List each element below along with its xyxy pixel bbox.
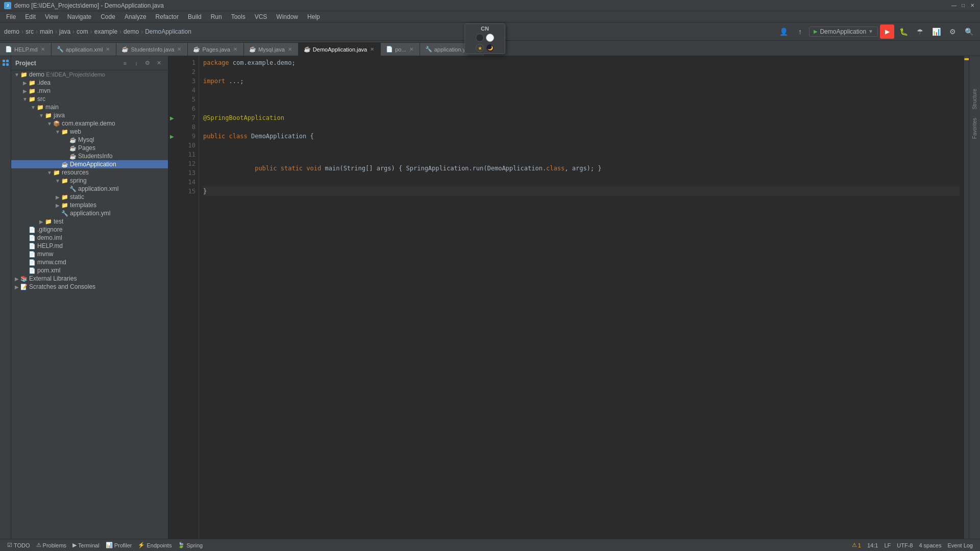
menu-run[interactable]: Run bbox=[207, 12, 226, 21]
tree-main[interactable]: ▼ 📁 main bbox=[11, 103, 168, 111]
tree-demoapplication[interactable]: ▶ ☕ DemoApplication bbox=[11, 160, 168, 168]
breadcrumb-java[interactable]: java bbox=[59, 28, 70, 35]
encoding-indicator[interactable]: UTF-8 bbox=[894, 539, 916, 551]
breadcrumb-main[interactable]: main bbox=[40, 28, 53, 35]
warnings-indicator[interactable]: ⚠ 1 bbox=[849, 539, 864, 551]
code-editor[interactable]: package com.example.demo; import ...; @S… bbox=[199, 56, 964, 539]
indent-indicator[interactable]: 4 spaces bbox=[916, 539, 944, 551]
tab-applicationxml[interactable]: 🔧 application.xml ✕ bbox=[52, 42, 117, 56]
tree-application-xml[interactable]: ▶ 🔧 application.xml bbox=[11, 185, 168, 193]
tab-mysql-close[interactable]: ✕ bbox=[287, 46, 293, 53]
profile-button[interactable]: 📊 bbox=[929, 24, 943, 39]
theme-circle-star[interactable]: ★ bbox=[476, 44, 484, 52]
project-panel-icon[interactable] bbox=[1, 58, 10, 67]
tab-helpmd-close[interactable]: ✕ bbox=[40, 46, 46, 53]
tree-demoiml[interactable]: ▶ 📄 demo.iml bbox=[11, 234, 168, 242]
terminal-status[interactable]: ▶ Terminal bbox=[69, 539, 103, 551]
breadcrumb-class[interactable]: DemoApplication bbox=[145, 28, 191, 35]
maximize-button[interactable]: □ bbox=[960, 2, 967, 9]
run-configuration[interactable]: ▶ DemoApplication ▼ bbox=[809, 27, 878, 37]
profiler-status[interactable]: 📊 Profiler bbox=[103, 539, 135, 551]
tree-external-libs[interactable]: ▶ 📚 External Libraries bbox=[11, 274, 168, 283]
structure-panel-label[interactable]: Structure bbox=[971, 87, 978, 112]
settings-button[interactable]: ⚙ bbox=[945, 24, 960, 39]
run-marker-7[interactable]: ▶ bbox=[168, 113, 176, 122]
theme-circle-light[interactable] bbox=[486, 34, 494, 42]
tree-web[interactable]: ▼ 📁 web bbox=[11, 128, 168, 136]
panel-collapse-btn[interactable]: ≡ bbox=[120, 58, 130, 68]
minimize-button[interactable]: — bbox=[950, 2, 958, 9]
menu-refactor[interactable]: Refactor bbox=[152, 12, 183, 21]
tree-java[interactable]: ▼ 📁 java bbox=[11, 111, 168, 119]
tree-gitignore[interactable]: ▶ 📄 .gitignore bbox=[11, 226, 168, 234]
tree-resources[interactable]: ▼ 📁 resources bbox=[11, 168, 168, 177]
tab-appxml-close[interactable]: ✕ bbox=[105, 46, 111, 53]
coverage-button[interactable]: ☂ bbox=[913, 24, 927, 39]
favorites-panel-label[interactable]: Favorites bbox=[971, 116, 978, 141]
run-marker-9[interactable]: ▶ bbox=[168, 132, 176, 141]
theme-popup[interactable]: CN ★ 🌙 bbox=[464, 23, 505, 54]
tab-mysql[interactable]: ☕ Mysql.java ✕ bbox=[244, 42, 299, 56]
close-button[interactable]: ✕ bbox=[969, 2, 976, 9]
menu-file[interactable]: File bbox=[2, 12, 20, 21]
panel-settings-btn[interactable]: ⚙ bbox=[142, 58, 153, 68]
tree-package[interactable]: ▼ 📦 com.example.demo bbox=[11, 119, 168, 128]
menu-code[interactable]: Code bbox=[96, 12, 119, 21]
search-button[interactable]: 🔍 bbox=[962, 24, 976, 39]
menu-analyze[interactable]: Analyze bbox=[120, 12, 151, 21]
tree-idea[interactable]: ▶ 📁 .idea bbox=[11, 79, 168, 87]
tree-mvn[interactable]: ▶ 📁 .mvn bbox=[11, 87, 168, 95]
toolbar-update-btn[interactable]: ↑ bbox=[793, 24, 807, 39]
tab-studentsinfo-close[interactable]: ✕ bbox=[176, 46, 182, 53]
tree-test[interactable]: ▶ 📁 test bbox=[11, 217, 168, 226]
tree-pomxml[interactable]: ▶ 📄 pom.xml bbox=[11, 266, 168, 274]
tab-pom-close[interactable]: ✕ bbox=[408, 46, 414, 53]
event-log-indicator[interactable]: Event Log bbox=[944, 539, 976, 551]
tree-spring[interactable]: ▼ 📁 spring bbox=[11, 177, 168, 185]
spring-status[interactable]: 🍃 Spring bbox=[175, 539, 206, 551]
editor-scrollbar[interactable] bbox=[964, 56, 969, 539]
menu-build[interactable]: Build bbox=[184, 12, 206, 21]
endpoints-status[interactable]: ⚡ Endpoints bbox=[135, 539, 175, 551]
menu-navigate[interactable]: Navigate bbox=[63, 12, 95, 21]
menu-view[interactable]: View bbox=[41, 12, 62, 21]
tree-pages[interactable]: ▶ ☕ Pages bbox=[11, 144, 168, 152]
breadcrumb-src[interactable]: src bbox=[26, 28, 34, 35]
tree-src[interactable]: ▼ 📁 src bbox=[11, 95, 168, 103]
tree-mysql[interactable]: ▶ ☕ Mysql bbox=[11, 136, 168, 144]
tab-demoapplication[interactable]: ☕ DemoApplication.java ✕ bbox=[299, 42, 381, 56]
tree-root-demo[interactable]: ▼ 📁 demo E:\IDEA_Projects\demo bbox=[11, 70, 168, 79]
run-button[interactable]: ▶ bbox=[880, 24, 894, 39]
tab-pages[interactable]: ☕ Pages.java ✕ bbox=[188, 42, 243, 56]
menu-window[interactable]: Window bbox=[272, 12, 302, 21]
menu-help[interactable]: Help bbox=[303, 12, 324, 21]
tab-helpmd[interactable]: 📄 HELP.md ✕ bbox=[0, 42, 52, 56]
breadcrumb-demo2[interactable]: demo bbox=[124, 28, 139, 35]
tab-studentsinfo[interactable]: ☕ StudentsInfo.java ✕ bbox=[116, 42, 188, 56]
tab-demoapplication-close[interactable]: ✕ bbox=[369, 46, 375, 53]
editor-content[interactable]: ▶ ▶ 1 2 3 4 5 6 7 8 9 10 11 12 13 14 15 bbox=[168, 56, 969, 539]
debug-button[interactable]: 🐛 bbox=[896, 24, 911, 39]
tab-pom[interactable]: 📄 po... ✕ bbox=[381, 42, 420, 56]
menu-edit[interactable]: Edit bbox=[21, 12, 40, 21]
tree-mvnwcmd[interactable]: ▶ 📄 mvnw.cmd bbox=[11, 258, 168, 266]
tab-pages-close[interactable]: ✕ bbox=[232, 46, 238, 53]
tree-mvnw[interactable]: ▶ 📄 mvnw bbox=[11, 250, 168, 258]
breadcrumb-example[interactable]: example bbox=[94, 28, 117, 35]
toolbar-git-btn[interactable]: 👤 bbox=[776, 24, 791, 39]
problems-status[interactable]: ⚠ Problems bbox=[33, 539, 69, 551]
panel-hide-btn[interactable]: ✕ bbox=[154, 58, 164, 68]
todo-status[interactable]: ☑ TODO bbox=[4, 539, 33, 551]
tree-scratches[interactable]: ▶ 📝 Scratches and Consoles bbox=[11, 283, 168, 291]
breadcrumb-com[interactable]: com bbox=[77, 28, 88, 35]
tree-appyml[interactable]: ▶ 🔧 application.yml bbox=[11, 209, 168, 217]
breadcrumb-demo[interactable]: demo bbox=[4, 28, 19, 35]
panel-sort-btn[interactable]: ↕ bbox=[131, 58, 141, 68]
tree-studentsinfo[interactable]: ▶ ☕ StudentsInfo bbox=[11, 152, 168, 160]
line-col-indicator[interactable]: 14:1 bbox=[864, 539, 881, 551]
theme-circle-moon[interactable]: 🌙 bbox=[486, 44, 494, 52]
tree-templates[interactable]: ▶ 📁 templates bbox=[11, 201, 168, 209]
tree-helpmd[interactable]: ▶ 📄 HELP.md bbox=[11, 242, 168, 250]
menu-tools[interactable]: Tools bbox=[227, 12, 250, 21]
theme-circle-dark[interactable] bbox=[476, 34, 484, 42]
